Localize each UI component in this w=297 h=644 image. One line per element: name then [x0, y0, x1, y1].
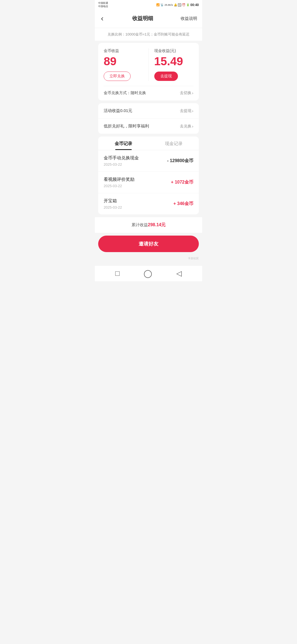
cumulative-value: 298.14元	[148, 222, 166, 227]
record-amount-2: + 1072金币	[171, 179, 193, 185]
discount-exchange-row: 低折兑好礼，限时享福利 去兑换 ›	[98, 119, 199, 134]
data-speed: 25.8K/s	[164, 4, 173, 6]
col-divider	[148, 48, 149, 81]
main-earnings-card: 金币收益 89 立即兑换 现金收益(元) 15.49 去提现 金币兑换方式：随时…	[98, 43, 199, 100]
time-display: 00:40	[190, 3, 199, 7]
tab-coin-records-label: 金币记录	[115, 141, 132, 146]
tab-cash-records[interactable]: 现金记录	[148, 137, 199, 150]
cash-earnings-col: 现金收益(元) 15.49 去提现	[154, 48, 194, 81]
exchange-mode-label: 金币兑换方式：随时兑换	[104, 91, 146, 95]
record-item-3: 开宝箱 2025-03-22 + 346金币	[98, 193, 199, 214]
record-date-2: 2025-03-22	[104, 184, 134, 188]
notice-bar: 兑换比例：10000金币=1元；金币到账可能会有延迟	[95, 28, 202, 41]
record-amount-1: - 129800金币	[167, 158, 193, 164]
bottom-navigation: □ ◯ ◁	[95, 265, 202, 281]
carrier2: 中国电信	[98, 5, 108, 8]
record-item-1: 金币手动兑换现金 2025-03-22 - 129800金币	[98, 150, 199, 172]
wifi-icon: 📡	[160, 3, 164, 6]
cash-earnings-value: 15.49	[154, 56, 194, 67]
record-amount-3: + 346金币	[174, 201, 193, 207]
activity-earnings-row: 活动收益0.01元 去提现 ›	[98, 103, 199, 119]
tab-coin-records[interactable]: 金币记录	[98, 137, 148, 150]
page-title: 收益明细	[132, 15, 153, 22]
record-date-1: 2025-03-22	[104, 162, 139, 167]
earnings-description-button[interactable]: 收益说明	[181, 16, 197, 21]
notice-text: 兑换比例：10000金币=1元；金币到账可能会有延迟	[108, 32, 189, 36]
info-card: 活动收益0.01元 去提现 › 低折兑好礼，限时享福利 去兑换 ›	[98, 103, 199, 134]
signal-icon: 📶	[156, 3, 160, 6]
record-left-3: 开宝箱 2025-03-22	[104, 198, 122, 209]
back-button[interactable]: ‹	[100, 13, 105, 24]
coin-earnings-label: 金币收益	[104, 48, 143, 53]
discount-exchange-button[interactable]: 去兑换 ›	[180, 124, 193, 129]
coin-earnings-col: 金币收益 89 立即兑换	[104, 48, 143, 81]
status-right: 📶 📡 25.8K/s 🔔 N ⏰ 🔋 00:40	[156, 3, 199, 7]
carrier1: 中国联通	[98, 2, 108, 5]
discount-action-label: 去兑换	[180, 124, 191, 129]
page-header: ‹ 收益明细 收益说明	[95, 9, 202, 28]
record-item-2: 看视频评价奖励 2025-03-22 + 1072金币	[98, 172, 199, 193]
discount-label: 低折兑好礼，限时享福利	[104, 124, 149, 129]
tab-cash-records-label: 现金记录	[165, 141, 183, 146]
record-name-1: 金币手动兑换现金	[104, 155, 139, 161]
earnings-row: 金币收益 89 立即兑换 现金收益(元) 15.49 去提现	[104, 48, 193, 81]
record-date-3: 2025-03-22	[104, 205, 122, 209]
record-left-2: 看视频评价奖励 2025-03-22	[104, 177, 134, 188]
nav-home-button[interactable]: ◯	[144, 269, 152, 278]
cash-earnings-label: 现金收益(元)	[154, 48, 194, 53]
footer-watermark: 卡农社区	[95, 255, 202, 263]
status-bar: 中国联通 中国电信 📶 📡 25.8K/s 🔔 N ⏰ 🔋 00:40	[95, 0, 202, 9]
record-name-3: 开宝箱	[104, 198, 122, 204]
nav-back-button[interactable]: ◁	[176, 269, 182, 278]
invite-friend-button[interactable]: 邀请好友	[98, 236, 199, 252]
cumulative-prefix: 累计收益	[131, 222, 148, 227]
cumulative-earnings: 累计收益298.14元	[95, 217, 202, 233]
chevron-right-icon: ›	[192, 91, 193, 95]
exchange-coin-button[interactable]: 立即兑换	[104, 72, 131, 81]
app-icons: 🔔	[174, 3, 177, 6]
exchange-mode-switch[interactable]: 去切换 ›	[180, 91, 193, 95]
activity-earnings-label: 活动收益0.01元	[104, 108, 132, 113]
alarm-icon: ⏰	[182, 3, 185, 6]
withdraw-cash-button[interactable]: 去提现	[154, 72, 178, 81]
battery-icon: 🔋	[186, 3, 189, 6]
carrier-info: 中国联通 中国电信	[98, 2, 108, 8]
chevron-right-icon2: ›	[192, 109, 193, 113]
nfc-icon: N	[178, 3, 182, 7]
records-tab-card: 金币记录 现金记录 金币手动兑换现金 2025-03-22 - 129800金币…	[98, 137, 199, 214]
chevron-right-icon3: ›	[192, 124, 193, 129]
activity-action-label: 去提现	[180, 108, 191, 113]
tab-header: 金币记录 现金记录	[98, 137, 199, 150]
coin-earnings-value: 89	[104, 56, 143, 67]
exchange-mode-row: 金币兑换方式：随时兑换 去切换 ›	[104, 86, 193, 95]
activity-withdraw-button[interactable]: 去提现 ›	[180, 108, 193, 113]
exchange-mode-action: 去切换	[180, 91, 191, 95]
record-name-2: 看视频评价奖励	[104, 177, 134, 182]
nav-square-button[interactable]: □	[115, 269, 120, 278]
record-left-1: 金币手动兑换现金 2025-03-22	[104, 155, 139, 167]
